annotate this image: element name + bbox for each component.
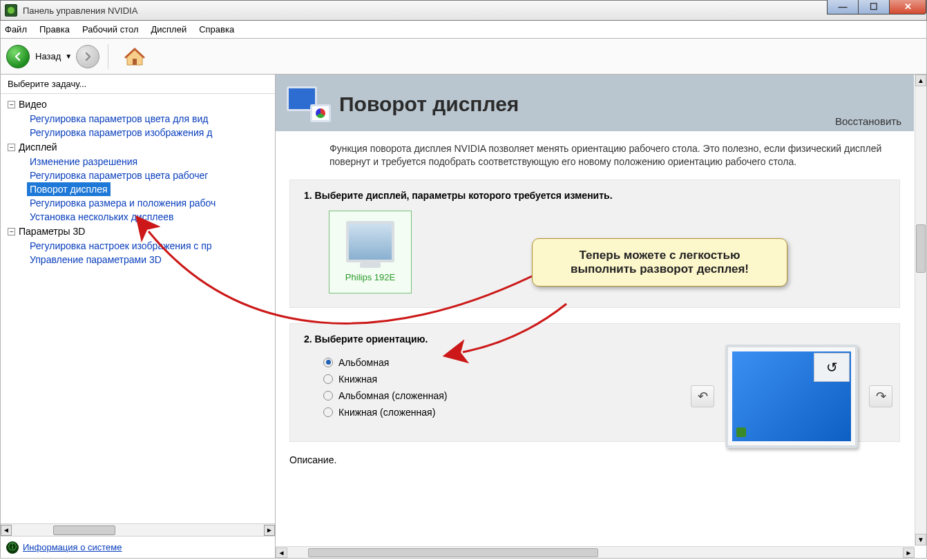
scroll-right-icon[interactable]: ► [903, 548, 915, 558]
content-area: Поворот дисплея Восстановить Функция пов… [276, 75, 926, 558]
forward-button[interactable] [76, 45, 99, 68]
content-vscrollbar[interactable]: ▲ ▼ [915, 75, 926, 545]
radio-icon [323, 407, 333, 417]
rotate-cw-button[interactable]: ↷ [869, 385, 892, 407]
maximize-button[interactable]: ☐ [858, 0, 890, 15]
scroll-up-icon[interactable]: ▲ [915, 75, 926, 86]
svg-rect-0 [133, 59, 137, 65]
collapse-icon[interactable]: − [8, 101, 15, 108]
tree-item-multiple-displays[interactable]: Установка нескольких дисплеев [27, 210, 176, 224]
annotation-callout: Теперь можете с легкостью выполнить разв… [532, 238, 787, 287]
rotate-ccw-button[interactable]: ↶ [691, 385, 714, 407]
tree-item-desktop-color[interactable]: Регулировка параметров цвета рабочег [27, 168, 211, 182]
hscroll-thumb[interactable] [308, 548, 598, 557]
menu-help[interactable]: Справка [199, 24, 234, 35]
back-label: Назад [35, 51, 61, 61]
scroll-left-icon[interactable]: ◄ [1, 525, 12, 536]
tree-item-image-preview[interactable]: Регулировка настроек изображения с пр [27, 239, 215, 253]
tree-item-manage-3d[interactable]: Управление параметрами 3D [27, 253, 164, 267]
sidebar-header: Выберите задачу... [1, 75, 275, 94]
vscroll-thumb[interactable] [916, 224, 926, 273]
radio-icon [323, 374, 333, 384]
display-tile[interactable]: Philips 192E [329, 211, 412, 293]
app-icon [5, 4, 17, 17]
tree-cat-label-3d: Параметры 3D [19, 226, 85, 237]
scroll-down-icon[interactable]: ▼ [915, 534, 926, 545]
preview-monitor: ↺ [725, 345, 858, 448]
page-header-icon [287, 86, 331, 122]
tree-category-display[interactable]: −Дисплей [1, 139, 275, 155]
info-icon: ⓘ [6, 541, 19, 554]
scroll-thumb[interactable] [53, 525, 115, 535]
tree-item-video-color[interactable]: Регулировка параметров цвета для вид [27, 112, 211, 126]
preview-area: ↶ ↺ ↷ [691, 345, 892, 448]
back-button[interactable] [6, 45, 30, 68]
tree-cat-label-display: Дисплей [19, 142, 57, 153]
display-name: Philips 192E [345, 272, 395, 282]
system-info-link[interactable]: Информация о системе [23, 542, 122, 552]
tree-category-video[interactable]: −Видео [1, 97, 275, 112]
radio-icon [323, 358, 333, 367]
page-title: Поворот дисплея [339, 93, 519, 116]
task-tree: −Видео Регулировка параметров цвета для … [1, 94, 275, 523]
menu-edit[interactable]: Правка [39, 24, 70, 35]
radio-label-landscape: Альбомная [338, 357, 389, 368]
step1-label: 1. Выберите дисплей, параметры которого … [304, 190, 886, 201]
content-hscrollbar[interactable]: ◄ ► [276, 546, 915, 558]
window-title: Панель управления NVIDIA [23, 6, 137, 16]
monitor-icon [346, 221, 394, 262]
tree-cat-label-video: Видео [19, 99, 47, 110]
description-label: Описание. [289, 454, 900, 465]
tree-item-video-image[interactable]: Регулировка параметров изображения д [27, 126, 215, 139]
callout-text: Теперь можете с легкостью выполнить разв… [571, 249, 749, 276]
toolbar-divider [108, 44, 108, 69]
tree-category-3d[interactable]: −Параметры 3D [1, 224, 275, 239]
home-button[interactable] [124, 46, 146, 68]
back-dropdown-icon[interactable]: ▼ [65, 52, 72, 60]
radio-label-portrait: Книжная [338, 374, 377, 385]
window-controls: — ☐ ✕ [828, 0, 926, 15]
menu-display[interactable]: Дисплей [151, 24, 187, 35]
window-titlebar: Панель управления NVIDIA — ☐ ✕ [0, 0, 927, 21]
menubar: Файл Правка Рабочий стол Дисплей Справка [0, 21, 927, 39]
tree-item-size-position[interactable]: Регулировка размера и положения рабоч [27, 196, 218, 210]
restore-link[interactable]: Восстановить [835, 115, 901, 127]
close-button[interactable]: ✕ [889, 0, 926, 15]
tree-item-change-resolution[interactable]: Изменение разрешения [27, 155, 140, 168]
rotate-overlay-icon: ↺ [814, 353, 850, 382]
minimize-button[interactable]: — [827, 0, 859, 15]
page-description: Функция поворота дисплея NVIDIA позволяе… [276, 131, 914, 175]
menu-file[interactable]: Файл [5, 24, 27, 35]
step2-label: 2. Выберите ориентацию. [304, 334, 886, 345]
scroll-left-icon[interactable]: ◄ [276, 548, 287, 558]
collapse-icon[interactable]: − [8, 144, 15, 151]
radio-icon [323, 391, 333, 400]
sidebar: Выберите задачу... −Видео Регулировка па… [1, 75, 276, 558]
radio-label-landscape-flipped: Альбомная (сложенная) [338, 390, 447, 401]
page-header: Поворот дисплея Восстановить [276, 75, 914, 131]
panel-step2: 2. Выберите ориентацию. Альбомная Книжна… [289, 323, 900, 442]
collapse-icon[interactable]: − [8, 228, 15, 235]
tree-item-rotate-display[interactable]: Поворот дисплея [27, 182, 111, 196]
toolbar: Назад ▼ [0, 39, 927, 75]
sidebar-hscrollbar[interactable]: ◄ ► [1, 523, 275, 536]
menu-desktop[interactable]: Рабочий стол [82, 24, 139, 35]
radio-label-portrait-flipped: Книжная (сложенная) [338, 407, 435, 418]
system-info-bar: ⓘ Информация о системе [1, 536, 275, 558]
scroll-right-icon[interactable]: ► [264, 525, 275, 536]
